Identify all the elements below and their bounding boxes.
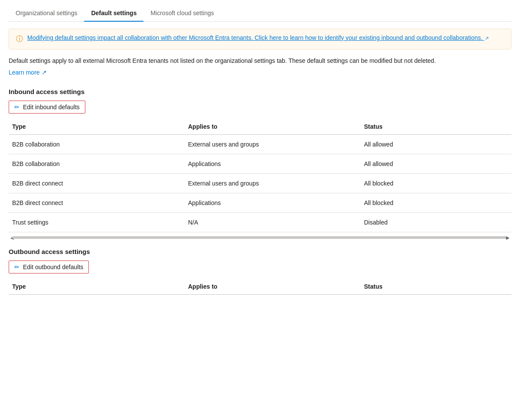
inbound-cell-status: All allowed (361, 154, 511, 174)
banner-text: Modifying default settings impact all co… (27, 34, 489, 41)
outbound-table-header-row: Type Applies to Status (9, 279, 511, 295)
outbound-heading: Outbound access settings (9, 248, 511, 255)
tab-bar: Organizational settings Default settings… (9, 0, 511, 22)
edit-outbound-icon: ✏ (14, 264, 20, 270)
inbound-cell-applies_to: N/A (185, 213, 361, 232)
inbound-table-row: B2B collaborationApplicationsAll allowed (9, 154, 511, 174)
tab-default-settings[interactable]: Default settings (84, 5, 143, 22)
tab-organizational-settings[interactable]: Organizational settings (9, 5, 84, 22)
inbound-table-row: Trust settingsN/ADisabled (9, 213, 511, 232)
outbound-col-type: Type (9, 279, 185, 295)
inbound-cell-status: All blocked (361, 193, 511, 213)
external-link-icon: ↗ (485, 36, 489, 41)
inbound-cell-type: B2B collaboration (9, 154, 185, 174)
outbound-table: Type Applies to Status (9, 279, 511, 295)
inbound-cell-applies_to: External users and groups (185, 174, 361, 193)
inbound-table-row: B2B direct connectExternal users and gro… (9, 174, 511, 193)
inbound-cell-type: B2B collaboration (9, 135, 185, 154)
outbound-col-applies: Applies to (185, 279, 361, 295)
inbound-col-applies: Applies to (185, 119, 361, 135)
inbound-col-status: Status (361, 119, 511, 135)
inbound-cell-type: B2B direct connect (9, 174, 185, 193)
inbound-cell-status: All allowed (361, 135, 511, 154)
outbound-col-status: Status (361, 279, 511, 295)
description-text: Default settings apply to all external M… (9, 56, 511, 65)
inbound-cell-status: All blocked (361, 174, 511, 193)
inbound-col-type: Type (9, 119, 185, 135)
info-icon: ⓘ (16, 35, 23, 44)
inbound-cell-type: B2B direct connect (9, 193, 185, 213)
page-wrapper: Organizational settings Default settings… (0, 0, 520, 295)
inbound-cell-applies_to: External users and groups (185, 135, 361, 154)
outbound-section: Outbound access settings ✏ Edit outbound… (9, 248, 511, 295)
inbound-table-row: B2B direct connectApplicationsAll blocke… (9, 193, 511, 213)
inbound-table-row: B2B collaborationExternal users and grou… (9, 135, 511, 154)
scroll-right-arrow[interactable]: ▶ (504, 234, 511, 241)
inbound-heading: Inbound access settings (9, 88, 511, 95)
info-banner: ⓘ Modifying default settings impact all … (9, 29, 511, 49)
inbound-table-header-row: Type Applies to Status (9, 119, 511, 135)
edit-outbound-label: Edit outbound defaults (23, 264, 83, 270)
scroll-track (12, 236, 508, 239)
inbound-section: Inbound access settings ✏ Edit inbound d… (9, 88, 511, 241)
learn-more-ext-icon: ↗ (42, 69, 47, 76)
tab-microsoft-cloud-settings[interactable]: Microsoft cloud settings (143, 5, 221, 22)
inbound-table-body: B2B collaborationExternal users and grou… (9, 135, 511, 232)
inbound-cell-applies_to: Applications (185, 193, 361, 213)
inbound-cell-type: Trust settings (9, 213, 185, 232)
edit-inbound-label: Edit inbound defaults (23, 104, 80, 111)
learn-more-link[interactable]: Learn more ↗ (9, 69, 47, 76)
edit-outbound-button[interactable]: ✏ Edit outbound defaults (9, 260, 89, 273)
edit-inbound-icon: ✏ (14, 104, 20, 111)
edit-inbound-button[interactable]: ✏ Edit inbound defaults (9, 101, 85, 114)
learn-more-label: Learn more (9, 69, 40, 76)
inbound-cell-applies_to: Applications (185, 154, 361, 174)
inbound-cell-status: Disabled (361, 213, 511, 232)
banner-link[interactable]: Modifying default settings impact all co… (27, 34, 489, 41)
inbound-scrollbar[interactable]: ◀ ▶ (9, 234, 511, 241)
banner-link-text: Modifying default settings impact all co… (27, 34, 483, 41)
inbound-table: Type Applies to Status B2B collaboration… (9, 119, 511, 232)
